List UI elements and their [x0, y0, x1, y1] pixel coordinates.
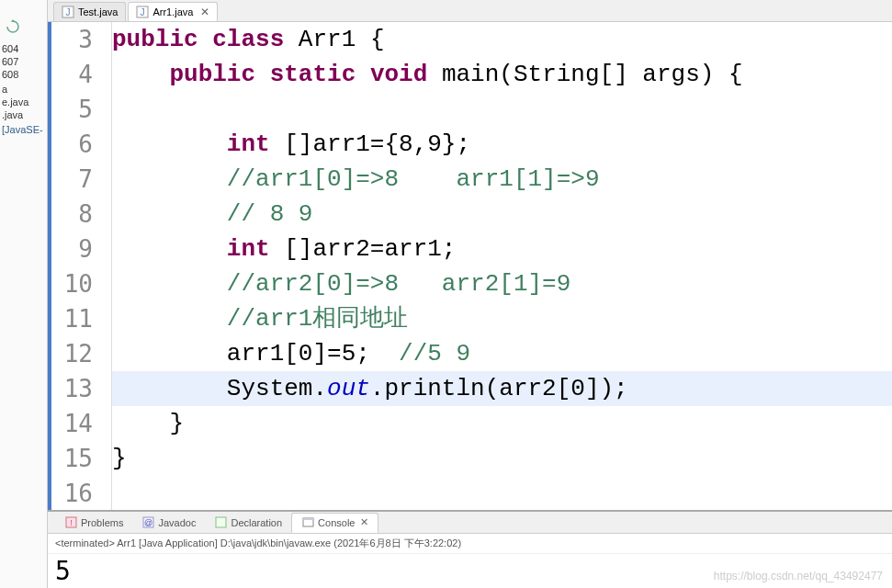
code-line[interactable]: System.out.println(arr2[0]); — [112, 371, 892, 406]
explorer-item[interactable]: e.java — [0, 96, 47, 108]
line-number: 13 — [48, 371, 93, 406]
line-number: 5 — [48, 92, 93, 127]
svg-text:!: ! — [70, 518, 73, 527]
code-line[interactable] — [112, 476, 892, 510]
svg-text:J: J — [66, 7, 71, 17]
svg-text:J: J — [141, 7, 145, 17]
explorer-item[interactable]: a — [0, 83, 47, 96]
code-line[interactable]: // 8 9 — [112, 197, 892, 232]
line-number: 3 — [48, 22, 93, 57]
java-file-icon: J — [136, 6, 149, 18]
line-number: 8 — [48, 197, 93, 232]
declaration-icon — [214, 516, 227, 529]
console-description: <terminated> Arr1 [Java Application] D:\… — [48, 534, 892, 554]
btab-label: Declaration — [231, 517, 282, 528]
line-number: 15 — [48, 441, 93, 476]
code-area[interactable]: public class Arr1 { public static void m… — [112, 22, 892, 510]
tab-label: Test.java — [78, 6, 118, 17]
tab-arr1-java[interactable]: J Arr1.java ✕ — [128, 2, 218, 21]
code-editor[interactable]: 345678910111213141516 public class Arr1 … — [48, 22, 892, 510]
code-line[interactable]: int []arr1={8,9}; — [112, 127, 892, 162]
btab-label: Javadoc — [158, 517, 196, 528]
line-gutter: 345678910111213141516 — [48, 22, 112, 510]
code-line[interactable]: //arr1[0]=>8 arr1[1]=>9 — [112, 162, 892, 197]
problems-icon: ! — [64, 516, 77, 529]
line-number: 9 — [48, 232, 93, 266]
explorer-item[interactable]: .java — [0, 108, 47, 121]
code-line[interactable]: } — [112, 441, 892, 476]
line-number: 16 — [48, 476, 93, 510]
watermark: https://blog.csdn.net/qq_43492477 — [714, 570, 883, 582]
line-number: 11 — [48, 301, 93, 336]
close-icon[interactable]: ✕ — [200, 6, 209, 18]
tab-declaration[interactable]: Declaration — [205, 514, 291, 532]
line-number: 6 — [48, 127, 93, 162]
close-icon[interactable]: ✕ — [360, 516, 368, 528]
explorer-item[interactable]: 607 — [0, 55, 47, 68]
tab-problems[interactable]: ! Problems — [55, 514, 132, 532]
btab-label: Console — [318, 517, 355, 528]
explorer-item[interactable]: [JavaSE- — [0, 123, 47, 136]
java-file-icon: J — [62, 6, 74, 18]
editor-tabs: J Test.java J Arr1.java ✕ — [48, 0, 892, 22]
line-number: 10 — [48, 266, 93, 301]
code-line[interactable] — [112, 92, 892, 127]
javadoc-icon: @ — [141, 516, 154, 529]
console-icon — [301, 516, 314, 529]
tab-javadoc[interactable]: @ Javadoc — [132, 514, 205, 532]
package-explorer[interactable]: 604 607 608 a e.java .java [JavaSE- — [0, 0, 48, 588]
btab-label: Problems — [81, 517, 123, 528]
code-line[interactable]: arr1[0]=5; //5 9 — [112, 336, 892, 371]
svg-rect-8 — [216, 517, 226, 527]
code-line[interactable]: int []arr2=arr1; — [112, 232, 892, 266]
line-number: 4 — [48, 57, 93, 92]
line-number: 7 — [48, 162, 93, 197]
code-line[interactable]: public class Arr1 { — [112, 22, 892, 57]
tab-label: Arr1.java — [152, 6, 193, 17]
explorer-item[interactable]: 604 — [0, 42, 47, 55]
explorer-item[interactable]: 608 — [0, 68, 47, 81]
code-line[interactable]: //arr1相同地址 — [112, 301, 892, 336]
bottom-tabs: ! Problems @ Javadoc Declaration — [48, 512, 892, 534]
code-line[interactable]: //arr2[0]=>8 arr2[1]=9 — [112, 266, 892, 301]
svg-rect-10 — [303, 518, 313, 520]
sync-icon[interactable] — [4, 18, 47, 37]
code-line[interactable]: public static void main(String[] args) { — [112, 57, 892, 92]
svg-text:@: @ — [144, 518, 152, 527]
tab-test-java[interactable]: J Test.java — [53, 2, 126, 21]
tab-console[interactable]: Console ✕ — [291, 513, 378, 533]
line-number: 12 — [48, 336, 93, 371]
line-number: 14 — [48, 406, 93, 441]
code-line[interactable]: } — [112, 406, 892, 441]
